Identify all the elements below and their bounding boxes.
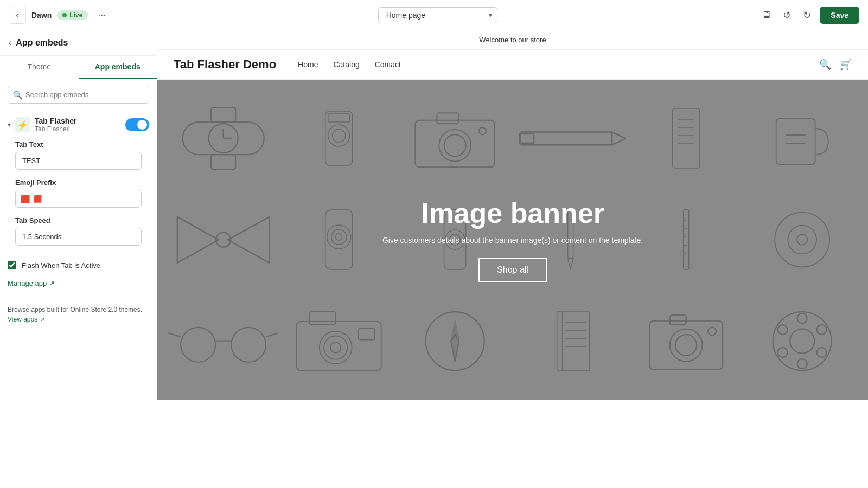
emoji-prefix-field: Emoji Prefix 🟥 🟥 ⭐ 🔥 💥 <box>8 178 149 208</box>
sidebar-header: ‹ App embeds <box>0 30 157 56</box>
flash-active-label: Flash When Tab is Active <box>22 261 100 269</box>
hero-item-lens2 <box>284 192 394 288</box>
app-names: Tab Flasher Tab Flasher <box>35 117 121 133</box>
manage-app-link-wrap: Manage app ↗ <box>0 278 157 297</box>
live-badge: Live <box>57 10 88 20</box>
more-button[interactable]: ··· <box>93 7 110 23</box>
svg-point-12 <box>444 135 465 157</box>
hero-item-ruler <box>631 192 741 288</box>
tab-app-embeds[interactable]: App embeds <box>79 56 157 79</box>
svg-rect-55 <box>359 328 375 340</box>
tab-speed-select[interactable]: 0.5 Seconds 1 Second 1.5 Seconds 2 Secon… <box>15 228 142 246</box>
hero-content: Image banner Give customers details abou… <box>382 197 643 282</box>
svg-point-45 <box>181 328 215 362</box>
topbar-center: Home page ▾ <box>124 7 751 23</box>
toggle-slider <box>125 118 149 131</box>
hero-title: Image banner <box>382 197 643 229</box>
sidebar-title: App embeds <box>16 38 68 48</box>
app-icon-image: ⚡ <box>17 120 28 130</box>
hero-item-camera1 <box>400 91 510 187</box>
hero-item-compass <box>400 293 510 389</box>
svg-point-75 <box>797 359 807 369</box>
view-apps-link[interactable]: View apps ↗ <box>8 316 45 323</box>
flash-active-checkbox[interactable] <box>8 261 16 269</box>
emoji-select-wrap: 🟥 🟥 ⭐ 🔥 💥 <box>15 190 142 208</box>
page-select-wrap: Home page ▾ <box>378 7 497 23</box>
svg-point-71 <box>790 329 814 353</box>
emoji-prefix-select[interactable]: 🟥 ⭐ 🔥 💥 <box>15 190 142 208</box>
hero-item-sunglasses <box>168 293 278 389</box>
live-dot <box>62 13 67 17</box>
app-toggle[interactable] <box>125 118 149 131</box>
svg-point-73 <box>816 325 826 335</box>
topbar-left: ‹ Dawn Live ··· <box>9 7 117 24</box>
svg-point-44 <box>797 234 807 245</box>
svg-point-67 <box>675 335 697 356</box>
svg-point-14 <box>478 127 486 134</box>
flash-active-row: Flash When Tab is Active <box>0 261 157 269</box>
tab-theme[interactable]: Theme <box>0 56 79 79</box>
view-apps-text: View apps <box>8 316 37 323</box>
svg-point-8 <box>333 129 346 142</box>
hero-item-bowtie <box>168 192 278 288</box>
save-button[interactable]: Save <box>820 7 859 24</box>
search-wrap: 🔍 <box>0 79 157 110</box>
svg-rect-23 <box>776 119 815 164</box>
cart-nav-icon[interactable]: 🛒 <box>840 59 852 70</box>
emoji-prefix-label: Emoji Prefix <box>15 178 142 187</box>
svg-point-42 <box>775 213 829 267</box>
external-link-icon: ↗ <box>49 279 55 287</box>
desktop-view-button[interactable]: 🖥 <box>758 6 774 24</box>
site-name: Dawn <box>31 11 52 20</box>
store-nav-link-home[interactable]: Home <box>298 60 318 69</box>
store-logo: Tab Flasher Demo <box>174 57 276 72</box>
tab-text-input[interactable] <box>15 152 142 170</box>
hero-item-pencil <box>515 91 626 187</box>
chevron-down-icon[interactable]: ▾ <box>8 121 11 129</box>
app-name-sub: Tab Flasher <box>35 125 121 133</box>
hero-item-tape <box>747 192 857 288</box>
search-icon: 🔍 <box>13 91 22 99</box>
svg-point-70 <box>773 312 831 370</box>
search-input[interactable] <box>8 86 149 104</box>
svg-point-74 <box>816 348 826 357</box>
manage-app-link[interactable]: Manage app ↗ <box>8 279 55 287</box>
svg-rect-5 <box>211 155 235 169</box>
svg-point-29 <box>331 229 347 245</box>
store-nav-link-catalog[interactable]: Catalog <box>333 60 359 69</box>
store-nav-link-contact[interactable]: Contact <box>375 60 401 69</box>
browse-text-content: Browse apps built for Online Store 2.0 t… <box>8 306 142 313</box>
svg-rect-18 <box>673 108 700 168</box>
store-nav-icons: 🔍 🛒 <box>819 59 852 70</box>
svg-rect-27 <box>326 210 353 269</box>
svg-rect-68 <box>670 315 686 325</box>
shop-all-button[interactable]: Shop all <box>478 258 547 282</box>
store-announcement-bar: Welcome to our store <box>157 30 868 50</box>
sidebar-back-button[interactable]: ‹ <box>9 38 11 48</box>
live-label: Live <box>69 11 82 19</box>
svg-rect-4 <box>211 107 235 122</box>
store-nav: Tab Flasher Demo Home Catalog Contact 🔍 … <box>157 50 868 80</box>
store-nav-links: Home Catalog Contact <box>298 60 819 69</box>
undo-button[interactable]: ↺ <box>780 6 794 24</box>
svg-rect-36 <box>684 210 689 269</box>
svg-rect-59 <box>557 311 590 371</box>
store-announcement-text: Welcome to our store <box>479 36 546 44</box>
hero-item-reel <box>747 293 857 389</box>
svg-point-30 <box>336 234 342 240</box>
redo-button[interactable]: ↻ <box>800 6 814 24</box>
tab-text-field: Tab Text <box>8 140 149 170</box>
back-button[interactable]: ‹ <box>9 7 26 24</box>
svg-point-46 <box>231 328 266 362</box>
page-select[interactable]: Home page <box>378 7 497 23</box>
svg-point-77 <box>777 325 787 335</box>
search-nav-icon[interactable]: 🔍 <box>819 59 831 70</box>
svg-marker-16 <box>612 132 626 145</box>
tab-text-label: Tab Text <box>15 140 142 149</box>
svg-point-66 <box>670 329 703 361</box>
svg-rect-9 <box>328 114 350 122</box>
sidebar-tabs: Theme App embeds <box>0 56 157 79</box>
svg-point-28 <box>327 225 351 249</box>
hero-banner: Image banner Give customers details abou… <box>157 80 868 400</box>
topbar-right: 🖥 ↺ ↻ Save <box>758 6 859 24</box>
